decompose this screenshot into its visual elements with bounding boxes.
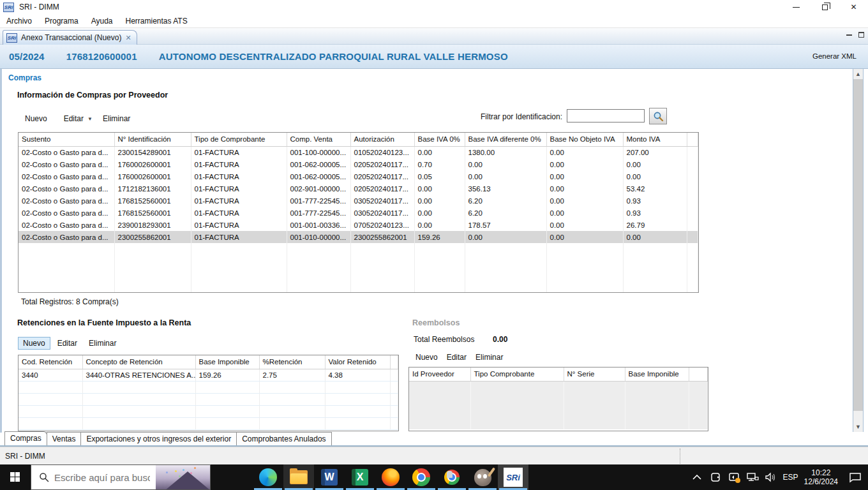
column-header[interactable]: Tipo Comprobante bbox=[470, 368, 564, 381]
taskbar-firefox-icon[interactable] bbox=[375, 464, 406, 490]
menu-bar: Archivo Programa Ayuda Herramientas ATS bbox=[0, 14, 868, 28]
compras-toolbar: Nuevo Editar ▼ Eliminar bbox=[21, 113, 134, 124]
tray-network-icon[interactable] bbox=[746, 469, 759, 486]
table-row[interactable]: 02-Costo o Gasto para d...17681525600010… bbox=[19, 207, 698, 219]
status-text: SRI - DIMM bbox=[5, 452, 45, 461]
tab-sri-icon: SRi bbox=[6, 33, 17, 43]
taskbar-chrome-icon[interactable] bbox=[406, 464, 437, 490]
tray-chevron-up-icon[interactable] bbox=[691, 469, 703, 486]
magnifier-icon bbox=[653, 111, 664, 122]
minimize-button[interactable] bbox=[782, 0, 811, 14]
table-row[interactable]: 02-Costo o Gasto para d...23002558620010… bbox=[19, 231, 698, 243]
taxpayer-name: AUTONOMO DESCENTRALIZADO PARROQUIAL RURA… bbox=[159, 51, 508, 62]
table-row[interactable]: 02-Costo o Gasto para d...17600026000010… bbox=[19, 158, 698, 170]
eliminar-button[interactable]: Eliminar bbox=[99, 113, 134, 124]
compras-header-row: SustentoN° IdentificaciónTipo de Comprob… bbox=[19, 133, 698, 146]
empty-row bbox=[19, 381, 398, 393]
column-header[interactable]: Cod. Retención bbox=[19, 355, 82, 369]
taskbar-excel-icon[interactable]: X bbox=[345, 464, 375, 490]
reemb-nuevo-button[interactable]: Nuevo bbox=[411, 352, 442, 363]
start-button[interactable] bbox=[0, 464, 31, 490]
column-header[interactable]: Base Imponible bbox=[195, 355, 259, 369]
column-header[interactable]: Monto IVA bbox=[623, 133, 687, 146]
column-header[interactable]: Autorización bbox=[350, 133, 414, 146]
taskbar-word-icon[interactable]: W bbox=[314, 464, 345, 490]
taskbar-chrome-profile-icon[interactable] bbox=[437, 464, 467, 490]
column-header[interactable]: %Retención bbox=[259, 355, 325, 369]
language-indicator[interactable]: ESP bbox=[783, 473, 798, 482]
menu-ayuda[interactable]: Ayuda bbox=[85, 15, 119, 27]
filter-search-button[interactable] bbox=[649, 108, 667, 124]
app-logo-icon: SRi bbox=[3, 3, 14, 12]
scroll-down-arrow[interactable]: ▼ bbox=[853, 422, 863, 432]
column-header[interactable]: N° Serie bbox=[564, 368, 625, 381]
clock[interactable]: 10:22 12/6/2024 bbox=[804, 468, 838, 486]
close-button[interactable]: ✕ bbox=[839, 0, 868, 14]
column-header[interactable]: Tipo de Comprobante bbox=[191, 133, 287, 146]
taskbar-gimp-icon[interactable] bbox=[467, 464, 498, 490]
section-label-compras: Compras bbox=[8, 73, 41, 82]
scrollbar-thumb[interactable] bbox=[853, 79, 863, 411]
taskbar-sri-dimm-icon[interactable]: SRi bbox=[498, 464, 528, 490]
filter-input[interactable] bbox=[567, 109, 645, 122]
tab-anexo-transaccional[interactable]: SRi Anexo Transaccional (Nuevo) ✕ bbox=[3, 30, 137, 45]
tab-label: Anexo Transaccional (Nuevo) bbox=[21, 33, 121, 42]
tray-volume-icon[interactable] bbox=[765, 469, 777, 486]
action-center-icon[interactable] bbox=[849, 469, 862, 486]
column-header[interactable]: Base Imponible bbox=[625, 368, 689, 381]
view-minimize-icon[interactable] bbox=[846, 34, 852, 36]
editar-button[interactable]: Editar bbox=[60, 113, 87, 124]
table-row[interactable]: 02-Costo o Gasto para d...17121821360010… bbox=[19, 182, 698, 195]
generar-xml-button[interactable]: Generar XML bbox=[812, 52, 857, 60]
ret-editar-button[interactable]: Editar bbox=[53, 338, 82, 349]
column-header[interactable]: Sustento bbox=[19, 133, 114, 146]
column-header[interactable]: Id Proveedor bbox=[409, 368, 470, 381]
tray-share-screen-icon[interactable] bbox=[728, 469, 740, 486]
table-row[interactable]: 02-Costo o Gasto para d...23900182930010… bbox=[19, 219, 698, 231]
windows-logo-icon bbox=[10, 472, 20, 482]
taskbar-file-explorer-icon[interactable] bbox=[283, 464, 314, 490]
menu-herramientas-ats[interactable]: Herramientas ATS bbox=[119, 15, 194, 27]
ret-nuevo-button[interactable]: Nuevo bbox=[18, 337, 50, 350]
ret-eliminar-button[interactable]: Eliminar bbox=[84, 338, 121, 349]
total-reembolsos-value: 0.00 bbox=[493, 335, 507, 344]
reemb-eliminar-button[interactable]: Eliminar bbox=[471, 352, 507, 363]
tab-ventas[interactable]: Ventas bbox=[47, 432, 82, 445]
column-header[interactable]: Base No Objeto IVA bbox=[546, 133, 623, 146]
restore-button[interactable] bbox=[811, 0, 839, 14]
vertical-scrollbar[interactable]: ▲ ▼ bbox=[853, 69, 864, 432]
reemb-editar-button[interactable]: Editar bbox=[442, 352, 471, 363]
table-row[interactable]: 02-Costo o Gasto para d...17600026000010… bbox=[19, 170, 698, 182]
menu-archivo[interactable]: Archivo bbox=[0, 15, 38, 27]
column-header[interactable]: Valor Retenido bbox=[325, 355, 390, 369]
table-row[interactable]: 02-Costo o Gasto para d...23001542890010… bbox=[19, 146, 698, 158]
scroll-up-arrow[interactable]: ▲ bbox=[853, 69, 863, 79]
close-icon: ✕ bbox=[850, 3, 857, 11]
tab-comprobantes-anulados[interactable]: Comprobantes Anulados bbox=[236, 432, 331, 445]
taskbar-apps: W X SRi bbox=[253, 464, 528, 490]
tab-exportaciones[interactable]: Exportaciones y otros ingresos del exter… bbox=[80, 432, 237, 445]
column-header[interactable]: N° Identificación bbox=[114, 133, 191, 146]
column-header[interactable]: Comp. Venta bbox=[287, 133, 350, 146]
compras-table-container: SustentoN° IdentificaciónTipo de Comprob… bbox=[18, 132, 699, 293]
taskbar: W X SRi bbox=[0, 464, 868, 490]
empty-row bbox=[409, 405, 708, 417]
tab-close-icon[interactable]: ✕ bbox=[125, 34, 131, 42]
taskbar-edge-icon[interactable] bbox=[253, 464, 283, 490]
menu-programa[interactable]: Programa bbox=[38, 15, 85, 27]
column-header[interactable]: Concepto de Retención bbox=[82, 355, 195, 369]
system-tray: ESP 10:22 12/6/2024 bbox=[691, 464, 868, 490]
table-row[interactable]: 02-Costo o Gasto para d...17681525600010… bbox=[19, 195, 698, 207]
nuevo-button[interactable]: Nuevo bbox=[21, 113, 51, 124]
retenciones-header-row: Cod. RetenciónConcepto de RetenciónBase … bbox=[19, 355, 398, 369]
table-row[interactable]: 34403440-OTRAS RETENCIONES A...159.262.7… bbox=[19, 369, 398, 381]
taskbar-search-input[interactable] bbox=[54, 472, 150, 483]
retenciones-toolbar: Nuevo Editar Eliminar bbox=[18, 337, 121, 350]
taskbar-search[interactable] bbox=[31, 464, 211, 490]
tray-device-icon[interactable] bbox=[709, 469, 722, 486]
column-header[interactable]: Base IVA diferente 0% bbox=[465, 133, 546, 146]
tab-compras[interactable]: Compras bbox=[4, 431, 47, 445]
view-maximize-icon[interactable] bbox=[858, 32, 864, 38]
editar-dropdown-icon[interactable]: ▼ bbox=[87, 116, 93, 122]
column-header[interactable]: Base IVA 0% bbox=[414, 133, 465, 146]
